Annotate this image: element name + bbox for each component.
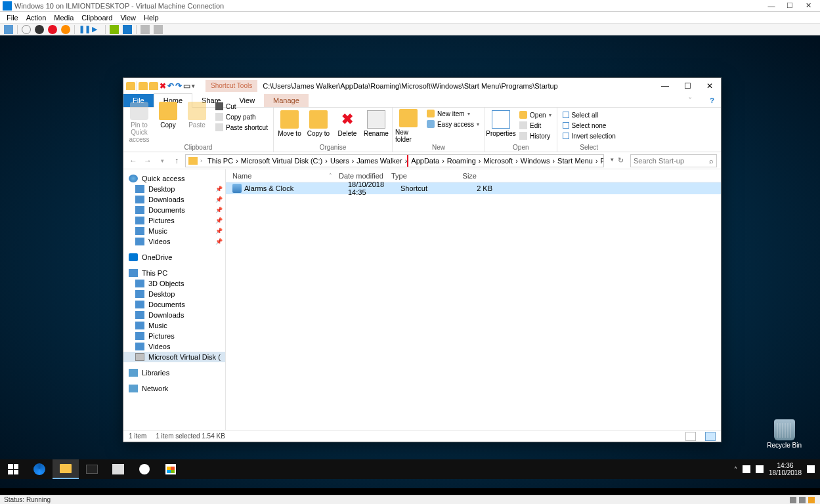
nav-pc-downloads[interactable]: Downloads	[123, 310, 225, 320]
nav-videos[interactable]: Videos📌	[123, 236, 225, 247]
search-input[interactable]: Search Start-up ⌕	[630, 154, 717, 167]
nav-pc-music[interactable]: Music	[123, 320, 225, 331]
rename-button[interactable]: Rename	[363, 109, 389, 137]
breadcrumb-segment[interactable]: Roaming	[444, 157, 479, 165]
cut-button[interactable]: Cut	[213, 102, 270, 111]
vm-menu-clipboard[interactable]: Clipboard	[81, 14, 112, 22]
taskbar-terminal[interactable]	[79, 459, 105, 479]
qat-redo-icon[interactable]: ↷	[175, 81, 182, 91]
vm-menu-action[interactable]: Action	[26, 14, 47, 22]
nav-pictures[interactable]: Pictures📌	[123, 215, 225, 226]
qat-undo-icon[interactable]: ↶	[167, 81, 174, 91]
qat-delete-icon[interactable]: ✖	[160, 81, 166, 91]
tray-clock[interactable]: 14:36 18/10/2018	[769, 462, 802, 476]
copy-to-button[interactable]: Copy to	[305, 109, 332, 137]
start-button[interactable]	[0, 459, 26, 479]
qat-customize-icon[interactable]: ▾	[192, 83, 195, 89]
new-item-button[interactable]: New item ▾	[424, 109, 482, 118]
breadcrumb-segment[interactable]: Programs	[598, 157, 604, 165]
explorer-titlebar[interactable]: ✖ ↶ ↷ ▭ ▾ Shortcut Tools C:\Users\James …	[123, 78, 721, 93]
breadcrumb-segment[interactable]: This PC	[205, 157, 236, 165]
nav-downloads[interactable]: Downloads📌	[123, 194, 225, 205]
tray-notifications-icon[interactable]	[807, 465, 815, 473]
select-all-button[interactable]: Select all	[560, 110, 618, 119]
taskbar-explorer[interactable]	[53, 459, 79, 479]
address-dropdown-icon[interactable]: ▾	[611, 156, 614, 165]
nav-music[interactable]: Music📌	[123, 226, 225, 236]
delete-button[interactable]: ✖Delete	[334, 109, 360, 137]
file-row[interactable]: Alarms & Clock 18/10/2018 14:35 Shortcut…	[226, 182, 721, 194]
taskbar-store[interactable]	[158, 459, 184, 479]
explorer-maximize-button[interactable]: ☐	[676, 81, 699, 91]
select-none-button[interactable]: Select none	[560, 121, 618, 130]
refresh-icon[interactable]: ↻	[618, 156, 624, 165]
nav-pc-pictures[interactable]: Pictures	[123, 331, 225, 341]
copy-button[interactable]: Copy	[155, 100, 181, 129]
vm-tool-turnoff-icon[interactable]	[35, 25, 44, 34]
taskbar-taskview[interactable]	[105, 459, 131, 479]
tray-network-icon[interactable]	[743, 465, 750, 473]
breadcrumb-segment[interactable]: James Walker	[354, 157, 404, 165]
breadcrumb-segment[interactable]: Start Menu	[555, 157, 595, 165]
vm-tool-save-icon[interactable]	[61, 25, 70, 34]
navigation-pane[interactable]: Quick access Desktop📌 Downloads📌 Documen…	[123, 169, 226, 430]
file-list-header[interactable]: Name˄ Date modified Type Size	[226, 169, 721, 182]
vm-tool-shutdown-icon[interactable]	[48, 25, 57, 34]
vm-close-button[interactable]: ✕	[799, 1, 817, 10]
history-button[interactable]: History	[517, 131, 553, 140]
taskbar-edge[interactable]	[26, 459, 53, 479]
invert-selection-button[interactable]: Invert selection	[560, 131, 618, 140]
vm-tool-start-icon[interactable]	[22, 25, 31, 34]
nav-forward-button[interactable]: →	[142, 156, 154, 165]
nav-desktop[interactable]: Desktop📌	[123, 184, 225, 194]
vm-menu-view[interactable]: View	[120, 14, 136, 22]
qat-rename-icon[interactable]: ▭	[183, 81, 190, 91]
vm-tool-revert-icon[interactable]	[123, 25, 132, 34]
paste-shortcut-button[interactable]: Paste shortcut	[213, 123, 270, 132]
move-to-button[interactable]: Move to	[276, 109, 303, 137]
nav-pc-desktop[interactable]: Desktop	[123, 289, 225, 299]
nav-network[interactable]: Network	[123, 383, 225, 394]
file-list[interactable]: Name˄ Date modified Type Size Alarms & C…	[226, 169, 721, 430]
qat-properties-icon[interactable]	[139, 82, 148, 90]
explorer-close-button[interactable]: ✕	[699, 81, 721, 91]
vm-tool-enhanced-icon[interactable]	[140, 25, 150, 34]
vm-menu-file[interactable]: File	[7, 14, 18, 22]
vm-maximize-button[interactable]: ☐	[781, 1, 799, 10]
nav-pc-documents[interactable]: Documents	[123, 299, 225, 310]
nav-pc-videos[interactable]: Videos	[123, 341, 225, 352]
qat-newfolder-icon[interactable]	[149, 82, 158, 90]
nav-drive-c[interactable]: Microsoft Virtual Disk (C:)	[123, 352, 225, 362]
open-button[interactable]: Open ▾	[517, 110, 553, 119]
nav-this-pc[interactable]: This PC	[123, 268, 225, 278]
nav-3d-objects[interactable]: 3D Objects	[123, 278, 225, 289]
breadcrumb-segment[interactable]: Microsoft Virtual Disk (C:)	[238, 157, 325, 165]
vm-tool-ctrl-alt-del-icon[interactable]	[4, 25, 13, 34]
pin-to-quick-access-button[interactable]: Pin to Quick access	[126, 100, 152, 143]
breadcrumb-segment[interactable]: Windows	[518, 157, 553, 165]
ribbon-tab-manage[interactable]: Manage	[264, 94, 309, 107]
system-tray[interactable]: ˄ 14:36 18/10/2018	[734, 462, 820, 476]
view-icons-button[interactable]	[705, 432, 716, 441]
breadcrumb-segment[interactable]: Microsoft	[481, 157, 516, 165]
nav-quick-access[interactable]: Quick access	[123, 173, 225, 184]
nav-libraries[interactable]: Libraries	[123, 368, 225, 378]
nav-back-button[interactable]: ←	[127, 156, 139, 165]
nav-up-button[interactable]: ↑	[171, 156, 183, 165]
copy-path-button[interactable]: Copy path	[213, 112, 270, 121]
recycle-bin[interactable]: Recycle Bin	[767, 419, 802, 449]
properties-button[interactable]: Properties	[488, 109, 514, 137]
taskbar-settings[interactable]	[131, 459, 158, 479]
ribbon-help-icon[interactable]: ?	[701, 94, 721, 107]
ribbon-expand-icon[interactable]: ˇ	[680, 94, 701, 107]
vm-minimize-button[interactable]: —	[762, 2, 781, 10]
vm-tool-share-icon[interactable]	[154, 25, 163, 34]
edit-button[interactable]: Edit	[517, 121, 553, 130]
paste-button[interactable]: Paste	[184, 100, 210, 129]
breadcrumb[interactable]: › This PC›Microsoft Virtual Disk (C:)›Us…	[185, 154, 604, 167]
view-details-button[interactable]	[685, 432, 696, 441]
vm-tool-checkpoint-icon[interactable]	[110, 25, 119, 34]
new-folder-button[interactable]: New folder	[395, 108, 421, 143]
tray-up-icon[interactable]: ˄	[734, 466, 737, 473]
breadcrumb-segment[interactable]: Users	[328, 157, 352, 165]
